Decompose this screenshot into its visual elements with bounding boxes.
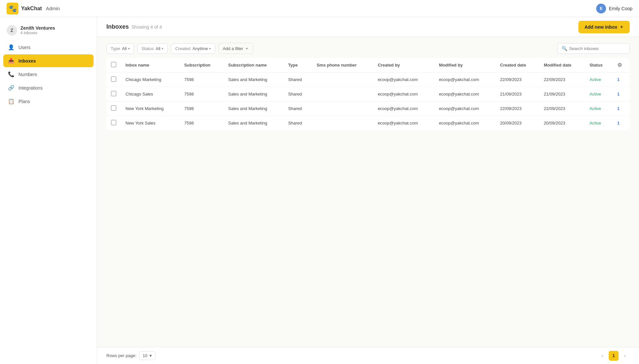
user-avatar: E: [596, 4, 606, 14]
table-row: New York Sales 7598 Sales and Marketing …: [106, 116, 630, 130]
search-input[interactable]: [569, 46, 625, 51]
table-row: Chicago Sales 7598 Sales and Marketing S…: [106, 87, 630, 101]
cell-created-by: ecoop@yakchat.com: [373, 72, 434, 87]
cell-inbox-name: Chicago Sales: [121, 87, 180, 101]
admin-label: Admin: [46, 6, 60, 11]
cell-subscription-name: Sales and Marketing: [224, 72, 284, 87]
cell-created-date: 22/09/2023: [495, 101, 539, 116]
logo-icon: 🐾: [7, 3, 18, 14]
sidebar-item-integrations[interactable]: 🔗 Integrations: [3, 81, 94, 94]
col-subscription: Subscription: [180, 58, 223, 72]
add-icon: ＋: [619, 24, 624, 30]
col-modified-date: Modified date: [539, 58, 585, 72]
select-all-checkbox[interactable]: [111, 62, 116, 67]
content: Inboxes Showing 4 of 4 Add new inbox ＋ T…: [97, 17, 639, 364]
sidebar-item-plans[interactable]: 📋 Plans: [3, 95, 94, 108]
add-filter-button[interactable]: Add a filter ＋: [218, 43, 253, 54]
cell-created-by: ecoop@yakchat.com: [373, 87, 434, 101]
cell-count[interactable]: 1: [613, 87, 630, 101]
add-inbox-button[interactable]: Add new inbox ＋: [578, 21, 630, 33]
table-header-row: Inbox name Subscription Subscription nam…: [106, 58, 630, 72]
inboxes-table: Inbox name Subscription Subscription nam…: [106, 58, 630, 130]
sidebar-item-inboxes-label: Inboxes: [18, 58, 36, 64]
col-modified-by: Modified by: [434, 58, 496, 72]
col-sms-phone: Sms phone number: [312, 58, 373, 72]
cell-modified-date: 21/09/2023: [539, 87, 585, 101]
row-checkbox[interactable]: [111, 105, 116, 111]
created-filter-label: Created: [175, 46, 190, 51]
col-created-by: Created by: [373, 58, 434, 72]
users-icon: 👤: [8, 44, 14, 50]
cell-subscription-name: Sales and Marketing: [224, 87, 284, 101]
row-checkbox-cell: [106, 116, 121, 130]
row-checkbox-cell: [106, 101, 121, 116]
created-chevron-icon: ▾: [209, 47, 211, 50]
topbar-right: E Emily Coop: [596, 4, 632, 14]
row-checkbox[interactable]: [111, 120, 116, 125]
created-filter-button[interactable]: Created Anytime ▾: [171, 43, 215, 54]
page-subtitle: Showing 4 of 4: [131, 24, 162, 30]
brand-name: YakChat: [21, 6, 42, 12]
sidebar: Z Zenith Ventures 4 inboxes 👤 Users 📥 In…: [0, 17, 97, 364]
sidebar-item-numbers[interactable]: 📞 Numbers: [3, 68, 94, 81]
cell-sms-phone: [312, 116, 373, 130]
rows-per-page: Rows per page: 10 ▾: [106, 351, 155, 360]
workspace-name: Zenith Ventures: [20, 25, 55, 31]
type-chevron-icon: ▾: [128, 47, 130, 50]
cell-created-by: ecoop@yakchat.com: [373, 116, 434, 130]
inboxes-icon: 📥: [8, 58, 14, 64]
table-footer: Rows per page: 10 ▾ ‹ 1 ›: [97, 347, 639, 364]
next-page-button[interactable]: ›: [620, 351, 630, 361]
rows-per-page-select[interactable]: 10 ▾: [139, 351, 155, 360]
cell-inbox-name: New York Sales: [121, 116, 180, 130]
cell-count[interactable]: 1: [613, 116, 630, 130]
prev-page-button[interactable]: ‹: [597, 351, 607, 361]
sidebar-item-users-label: Users: [18, 45, 31, 50]
cell-count[interactable]: 1: [613, 72, 630, 87]
select-all-cell: [106, 58, 121, 72]
col-created-date: Created date: [495, 58, 539, 72]
type-filter-label: Type: [111, 46, 120, 51]
cell-subscription: 7598: [180, 72, 223, 87]
page-title: Inboxes: [106, 23, 129, 30]
cell-modified-by: ecoop@yakchat.com: [434, 87, 496, 101]
cell-type: Shared: [284, 116, 312, 130]
cell-status: Active: [585, 87, 613, 101]
row-checkbox-cell: [106, 72, 121, 87]
cell-type: Shared: [284, 72, 312, 87]
rows-per-page-label: Rows per page:: [106, 353, 136, 358]
logo: 🐾 YakChat Admin: [7, 3, 60, 14]
workspace-info: Zenith Ventures 4 inboxes: [20, 25, 55, 35]
search-icon: 🔍: [562, 46, 567, 51]
status-chevron-icon: ▾: [162, 47, 163, 50]
cell-count[interactable]: 1: [613, 101, 630, 116]
cell-type: Shared: [284, 101, 312, 116]
cell-created-date: 21/09/2023: [495, 87, 539, 101]
cell-modified-date: 22/09/2023: [539, 72, 585, 87]
search-box[interactable]: 🔍: [557, 43, 630, 54]
type-filter-button[interactable]: Type All ▾: [106, 43, 134, 54]
sidebar-item-users[interactable]: 👤 Users: [3, 41, 94, 54]
page-1-button[interactable]: 1: [609, 351, 619, 361]
cell-modified-by: ecoop@yakchat.com: [434, 116, 496, 130]
cell-type: Shared: [284, 87, 312, 101]
add-inbox-label: Add new inbox: [584, 24, 617, 30]
type-filter-value: All: [122, 46, 126, 51]
col-status: Status: [585, 58, 613, 72]
workspace: Z Zenith Ventures 4 inboxes: [0, 22, 97, 41]
topbar-left: 🐾 YakChat Admin: [7, 3, 60, 14]
row-checkbox[interactable]: [111, 91, 116, 96]
cell-subscription: 7598: [180, 116, 223, 130]
gear-icon[interactable]: ⚙: [617, 62, 622, 68]
cell-inbox-name: New York Marketing: [121, 101, 180, 116]
row-checkbox[interactable]: [111, 76, 116, 82]
cell-modified-by: ecoop@yakchat.com: [434, 101, 496, 116]
status-filter-button[interactable]: Status All ▾: [137, 43, 168, 54]
sidebar-nav: 👤 Users 📥 Inboxes 📞 Numbers 🔗 Integratio…: [0, 41, 97, 108]
col-gear: ⚙: [613, 58, 630, 72]
sidebar-item-inboxes[interactable]: 📥 Inboxes: [3, 54, 94, 67]
add-filter-icon: ＋: [245, 45, 249, 51]
topbar: 🐾 YakChat Admin E Emily Coop: [0, 0, 639, 17]
content-header: Inboxes Showing 4 of 4 Add new inbox ＋: [97, 17, 639, 37]
workspace-avatar: Z: [7, 25, 17, 36]
